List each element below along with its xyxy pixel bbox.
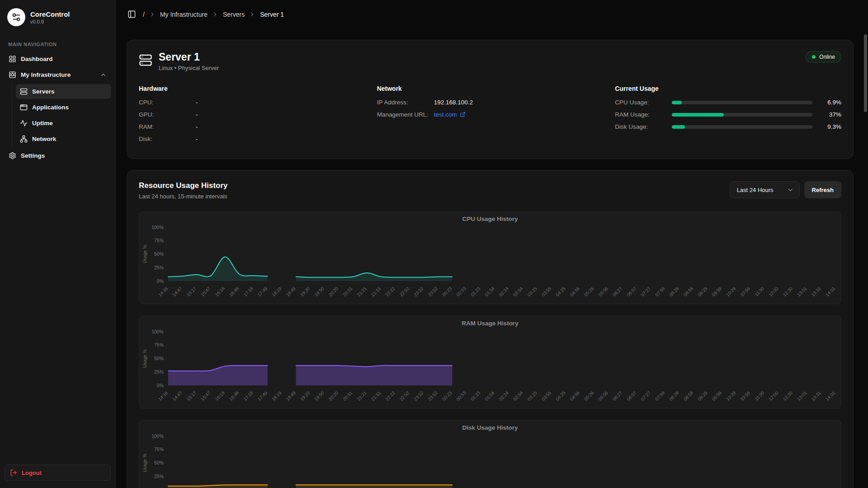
svg-text:03:55: 03:55 [541,286,552,298]
svg-text:09:59: 09:59 [711,390,723,402]
ram-usage-value: 37% [819,111,841,118]
settings-gear-icon [9,152,16,160]
svg-text:09:59: 09:59 [711,286,723,298]
sidebar: CoreControl v0.0.9 MAIN NAVIGATION Dashb… [0,0,116,488]
svg-text:12:30: 12:30 [782,286,794,298]
resource-history-card: Resource Usage History Last 24 hours, 15… [127,170,854,488]
sidebar-item-settings[interactable]: Settings [5,148,111,163]
svg-text:16:48: 16:48 [228,286,240,298]
svg-text:10:59: 10:59 [740,390,751,402]
sidebar-item-network[interactable]: Network [16,131,111,146]
svg-text:04:56: 04:56 [569,286,581,298]
row-label: GPU: [139,111,196,118]
svg-text:RAM Usage History: RAM Usage History [462,320,519,327]
svg-text:06:27: 06:27 [612,390,623,402]
svg-text:13:01: 13:01 [796,390,808,402]
hardware-column: Hardware CPU: - GPU: - RAM: - [139,85,365,148]
svg-text:03:25: 03:25 [526,286,538,298]
app-root: CoreControl v0.0.9 MAIN NAVIGATION Dashb… [0,0,868,488]
svg-text:21:21: 21:21 [356,286,368,298]
svg-text:02:54: 02:54 [512,390,524,402]
svg-text:05:26: 05:26 [583,286,595,298]
hardware-row-ram: RAM: - [139,123,365,130]
svg-text:23:22: 23:22 [413,286,425,298]
cpu-usage-history-chart: CPU Usage HistoryUsage %0%25%50%75%100%1… [139,211,841,304]
time-range-select[interactable]: Last 24 Hours [730,181,800,198]
sidebar-item-applications[interactable]: Applications [16,100,111,115]
link-label: test.com [434,111,457,118]
breadcrumb-root[interactable]: / [143,11,145,18]
management-url-link[interactable]: test.com [434,111,466,118]
infrastructure-icon [9,71,16,79]
svg-text:23:22: 23:22 [413,390,425,402]
logout-button[interactable]: Logout [5,465,111,481]
infrastructure-submenu: Servers Applications Uptime [12,84,111,146]
history-title: Resource Usage History [139,181,228,190]
svg-text:100%: 100% [151,225,164,230]
svg-text:12:00: 12:00 [768,286,779,298]
sidebar-item-uptime[interactable]: Uptime [16,116,111,131]
sidebar-item-label: Uptime [32,120,53,127]
time-range-value: Last 24 Hours [737,187,774,193]
sidebar-toggle-button[interactable] [127,10,137,19]
row-label: CPU: [139,99,196,106]
app-name: CoreControl [30,10,70,18]
servers-icon [20,88,28,95]
network-row-management-url: Management URL: test.com [377,111,604,118]
svg-text:02:24: 02:24 [498,286,510,298]
svg-text:19:20: 19:20 [299,286,311,298]
cpu-usage-bar [672,101,812,104]
svg-text:04:25: 04:25 [555,286,566,298]
svg-text:19:50: 19:50 [313,390,325,402]
row-label: CPU Usage: [615,99,672,106]
main-area: / My Infrastructure Servers Server 1 [116,0,868,488]
row-label: Disk Usage: [615,123,672,130]
svg-text:50%: 50% [154,356,164,361]
svg-text:15:47: 15:47 [200,390,212,402]
svg-text:14:47: 14:47 [171,286,183,298]
sidebar-item-label: Servers [32,88,55,95]
server-header: Server 1 Linux • Physical Server Online [139,51,841,71]
svg-text:21:51: 21:51 [370,286,382,298]
breadcrumb-item-servers[interactable]: Servers [223,11,245,18]
svg-text:13:31: 13:31 [811,390,822,402]
svg-text:08:58: 08:58 [683,286,694,298]
status-label: Online [819,54,835,60]
svg-text:75%: 75% [154,238,164,244]
svg-text:75%: 75% [154,447,164,452]
svg-text:06:57: 06:57 [626,286,637,298]
cpu-usage-value: 6.9% [819,99,841,106]
svg-text:07:58: 07:58 [654,390,666,402]
svg-text:10:29: 10:29 [725,286,737,298]
usage-row-ram: RAM Usage: 37% [615,111,841,118]
ip-address-value: 192.168.100.2 [434,99,473,106]
history-subtitle: Last 24 hours, 15-minute intervals [139,193,228,200]
svg-text:25%: 25% [154,474,164,479]
svg-text:07:27: 07:27 [640,390,652,402]
history-header: Resource Usage History Last 24 hours, 15… [139,181,841,200]
sidebar-item-servers[interactable]: Servers [16,84,111,99]
svg-text:03:55: 03:55 [541,390,552,402]
refresh-button[interactable]: Refresh [804,181,841,198]
hardware-row-disk: Disk: - [139,136,365,142]
sidebar-item-my-infrastructure[interactable]: My Infrastructure [5,67,111,82]
server-info-grid: Hardware CPU: - GPU: - RAM: - [139,85,841,148]
page-title: Server 1 [159,51,219,63]
svg-text:12:30: 12:30 [782,390,794,402]
svg-text:17:18: 17:18 [242,286,254,298]
sidebar-item-dashboard[interactable]: Dashboard [5,52,111,66]
breadcrumb-item-infrastructure[interactable]: My Infrastructure [160,11,208,18]
svg-text:19:50: 19:50 [313,286,325,298]
scrollbar-thumb[interactable] [864,34,867,112]
uptime-icon [20,119,28,127]
svg-text:18:49: 18:49 [285,286,297,298]
sidebar-item-label: Settings [21,152,45,159]
svg-text:15:17: 15:17 [186,390,198,402]
page-content: Server 1 Linux • Physical Server Online … [116,29,868,488]
svg-text:08:58: 08:58 [683,390,694,402]
svg-text:11:30: 11:30 [754,390,765,402]
ram-usage-bar [672,113,812,117]
svg-text:18:49: 18:49 [285,390,297,402]
svg-text:22:52: 22:52 [399,286,410,298]
svg-text:25%: 25% [154,265,164,270]
